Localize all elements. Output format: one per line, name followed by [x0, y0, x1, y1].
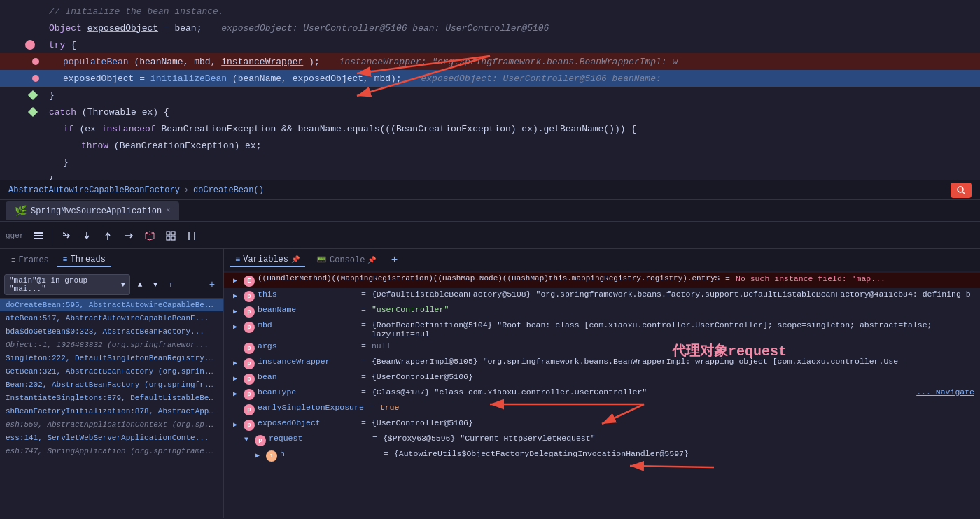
frame-name-2: bda$doGetBean$0:323, AbstractBeanFactory… [6, 327, 204, 336]
code-content-obj: Object exposedObject = bean; exposedObje… [42, 23, 974, 34]
if-cond: (ex [79, 124, 101, 134]
stack-frame-item[interactable]: ess:141, ServletWebServerApplicationCont… [0, 432, 223, 445]
stack-frame-item[interactable]: Singleton:222, DefaultSingletonBeanRegis… [0, 352, 223, 365]
code-area: // Initialize the bean instance. Object … [0, 0, 980, 180]
var-val-mbd: {RootBeanDefinition@5104} "Root bean: cl… [372, 320, 974, 339]
expand-bean[interactable]: ▶ [230, 372, 241, 383]
code-content-if: if (ex instanceof BeanCreationException … [42, 124, 974, 134]
svg-rect-8 [167, 236, 170, 240]
code-line-open3: { [0, 171, 980, 180]
breadcrumb-method[interactable]: doCreateBean() [193, 185, 264, 195]
var-item-bean[interactable]: ▶ p bean = {UserController@5106} [224, 371, 980, 386]
var-item-error[interactable]: ▶ E ((HandlerMethod)((MappingRegistratio… [224, 273, 980, 288]
expand-exposedobject[interactable]: ▶ [230, 418, 241, 429]
var-icon-request: p [255, 435, 266, 446]
stack-frame-item[interactable]: esh:550, AbstractApplicationContext (org… [0, 418, 223, 432]
toolbar-btn-run-to[interactable] [120, 227, 138, 245]
toolbar-btn-evaluate[interactable] [141, 227, 159, 245]
var-item-beantype[interactable]: ▶ p beanType = {Class@4187} "class com.x… [224, 386, 980, 401]
toolbar-btn-step-out[interactable] [99, 227, 117, 245]
toolbar-btn-step-over[interactable] [57, 227, 75, 245]
var-name-bean: bean [258, 372, 356, 381]
frames-icon: ≡ [11, 256, 16, 264]
stack-frame-item[interactable]: InstantiateSingletons:879, DefaultListab… [0, 392, 223, 405]
var-eq-this: = [358, 290, 369, 299]
stack-frame-item[interactable]: shBeanFactoryInitialization:878, Abstrac… [0, 405, 223, 418]
var-item-args[interactable]: ▶ p args = null [224, 340, 980, 355]
expand-beanname[interactable]: ▶ [230, 305, 241, 315]
stack-frame-item[interactable]: esh:747, SpringApplication (org.springfr… [0, 445, 223, 458]
tab-variables[interactable]: ≡ Variables 📌 [230, 253, 305, 267]
add-watchpoint-btn[interactable]: + [205, 278, 219, 292]
thread-dropdown[interactable]: "main"@1 in group "mai..." ▼ [4, 274, 130, 295]
var-item-h[interactable]: ▶ i h = {AutowireUtils$ObjectFactoryDele… [224, 448, 980, 463]
var-val-this: {DefaultListableBeanFactory@5108} "org.s… [372, 290, 974, 299]
var-item-beanname[interactable]: ▶ p beanName = "userController" [224, 304, 980, 319]
code-content-populate: populateBean (beanName, mbd, instanceWra… [42, 57, 974, 67]
nav-up-btn[interactable]: ▲ [133, 278, 147, 292]
close-brace: } [49, 90, 55, 101]
diamond-icon-catch [28, 107, 38, 117]
stack-frame-item[interactable]: bda$doGetBean$0:323, AbstractBeanFactory… [0, 325, 223, 339]
tab-frames[interactable]: ≡ Frames [6, 254, 55, 266]
var-val-args: null [372, 341, 974, 350]
code-line-comment: // Initialize the bean instance. [0, 3, 980, 20]
expand-mbd[interactable]: ▶ [230, 320, 241, 331]
expand-h[interactable]: ▶ [252, 449, 263, 460]
expand-request[interactable]: ▼ [241, 434, 252, 443]
var-icon-beanname: p [244, 306, 255, 318]
var-item-this[interactable]: ▶ p this = {DefaultListableBeanFactory@5… [224, 288, 980, 304]
tab-bar: 🌿 SpringMvcSourceApplication × [0, 200, 980, 222]
nav-filter-btn[interactable]: ⊤ [164, 278, 178, 292]
search-button[interactable] [951, 183, 972, 198]
expand-this[interactable]: ▶ [230, 290, 241, 300]
stack-frame-item[interactable]: Object:-1, 1026483832 (org.springframewo… [0, 339, 223, 352]
code-line-throw: throw (BeanCreationException) ex; [0, 137, 980, 154]
var-icon-this: p [244, 291, 255, 302]
var-item-instancewrapper[interactable]: ▶ p instanceWrapper = {BeanWrapperImpl@5… [224, 355, 980, 371]
panel-tabs-left: ≡ Frames ≡ Threads [0, 249, 223, 271]
stack-frame-item[interactable]: doCreateBean:595, AbstractAutowireCapabl… [0, 299, 223, 312]
expand-instancewrapper[interactable]: ▶ [230, 357, 241, 367]
stack-frames-list: doCreateBean:595, AbstractAutowireCapabl… [0, 299, 223, 518]
add-watch-btn[interactable]: + [387, 253, 401, 267]
code-line-catch: catch (Throwable ex) { [0, 104, 980, 120]
open3-brace: { [49, 174, 55, 181]
var-icon-e: E [244, 276, 255, 287]
var-item-earlysingleton[interactable]: ▶ p earlySingletonExposure = true [224, 401, 980, 417]
breadcrumb-class[interactable]: AbstractAutowireCapableBeanFactory [8, 185, 180, 195]
tab-threads[interactable]: ≡ Threads [57, 253, 111, 267]
stack-frame-item[interactable]: GetBean:321, AbstractBeanFactory (org.sp… [0, 365, 223, 378]
var-eq-earlysingleton: = [367, 403, 377, 412]
var-name-h: h [280, 449, 378, 458]
var-val-request: {$Proxy63@5596} "Current HttpServletRequ… [383, 434, 974, 443]
svg-line-2 [962, 192, 965, 194]
line-gutter-init [0, 75, 42, 82]
var-item-mbd[interactable]: ▶ p mbd = {RootBeanDefinition@5104} "Roo… [224, 319, 980, 340]
right-panel: ≡ Variables 📌 📟 Console 📌 + ▶ E ((Handle… [224, 249, 980, 518]
code-content-close: } [42, 90, 974, 101]
stack-frame-item[interactable]: Bean:202, AbstractBeanFactory (org.sprin… [0, 378, 223, 392]
var-icon-h: i [266, 450, 277, 462]
toolbar-btn-parallel[interactable] [183, 227, 201, 245]
stack-frame-item[interactable]: ateBean:517, AbstractAutowireCapableBean… [0, 312, 223, 325]
frame-loc-9: esh:550, AbstractApplicationContext (org… [6, 420, 218, 429]
nav-down-btn[interactable]: ▼ [148, 278, 162, 292]
tab-console[interactable]: 📟 Console 📌 [311, 253, 382, 266]
main-tab[interactable]: 🌿 SpringMvcSourceApplication × [6, 201, 179, 220]
tab-close-btn[interactable]: × [166, 207, 170, 215]
toolbar-btn-settings[interactable] [162, 227, 180, 245]
ide-container: // Initialize the bean instance. Object … [0, 0, 980, 519]
toolbar-btn-menu[interactable] [29, 227, 48, 245]
toolbar-btn-step-into[interactable] [78, 227, 96, 245]
expand-error[interactable]: ▶ [230, 274, 241, 285]
navigate-beantype[interactable]: ... Navigate [916, 388, 974, 397]
chevron-down-icon: ▼ [120, 280, 125, 289]
frame-name-4: Singleton:222, DefaultSingletonBeanRegis… [6, 354, 218, 362]
var-name-mbd: mbd [258, 320, 356, 329]
expand-beantype[interactable]: ▶ [230, 388, 241, 398]
var-item-exposedobject[interactable]: ▶ p exposedObject = {UserController@5106… [224, 417, 980, 432]
var-name-request: request [269, 434, 367, 443]
threads-icon: ≡ [63, 255, 68, 264]
var-item-request[interactable]: ▼ p request = {$Proxy63@5596} "Current H… [224, 432, 980, 448]
